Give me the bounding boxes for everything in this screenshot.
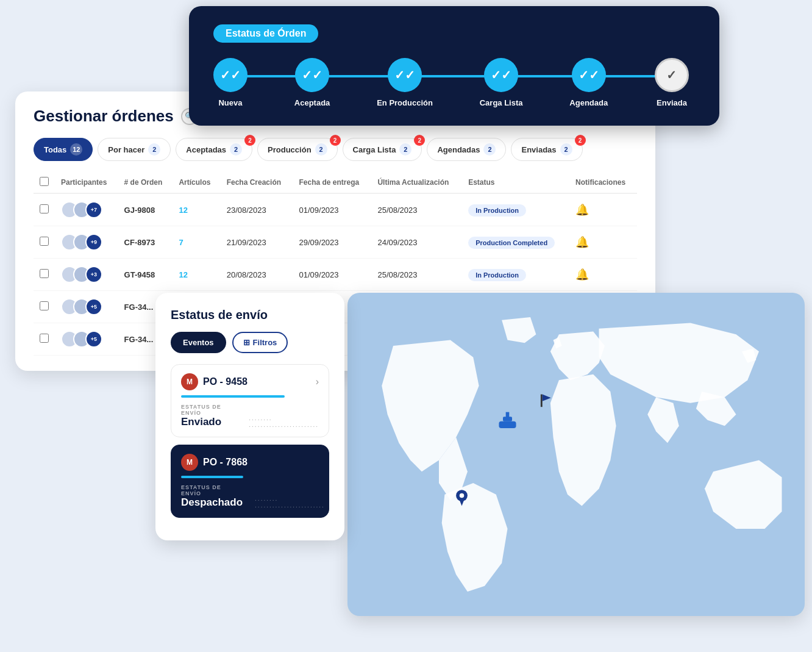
po-header-7868: M PO - 7868 (181, 454, 319, 471)
tab-badge-enviadas: 2 (575, 135, 586, 146)
cell-deliveryDate: 01/09/2023 (293, 193, 371, 226)
filter-icon: ⊞ (243, 338, 250, 347)
step-enProduccion: ✓✓ En Producción (377, 58, 433, 107)
cell-status: In Production (462, 259, 569, 291)
po-icon-7868: M (181, 454, 198, 471)
tab-badge-aceptadas: 2 (244, 135, 255, 146)
step-circle-agendada: ✓✓ (572, 58, 606, 92)
cell-createdDate: 21/09/2023 (221, 226, 293, 259)
cell-articles: 12 (173, 193, 220, 226)
notification-icon[interactable]: 🔔 (575, 236, 589, 248)
col-participantes: Participantes (55, 172, 118, 193)
avatar-more: +7 (85, 201, 102, 218)
cell-avatars: +5 (55, 323, 118, 356)
map-inner (347, 293, 805, 616)
status-steps: ✓✓ Nueva ✓✓ Aceptada ✓✓ En Producción ✓✓… (213, 58, 689, 107)
po-card-9458[interactable]: M PO - 9458 › ESTATUS DE ENVÍO Enviado .… (171, 364, 329, 437)
cell-lastUpdate: 25/08/2023 (371, 259, 462, 291)
col-estatus: Estatus (462, 172, 569, 193)
cell-lastUpdate: 24/09/2023 (371, 226, 462, 259)
step-circle-cargaLista: ✓✓ (484, 58, 518, 92)
cell-articles: 12 (173, 259, 220, 291)
po-dots2-9458: ........................ (249, 421, 319, 428)
po-status-label-9458: ESTATUS DE ENVÍO (181, 404, 237, 416)
step-circle-aceptada: ✓✓ (295, 58, 329, 92)
col-orden: # de Orden (118, 172, 173, 193)
po-status-label-7868: ESTATUS DE ENVÍO (181, 484, 243, 496)
avatar-more: +5 (85, 331, 102, 348)
notification-icon[interactable]: 🔔 (575, 204, 589, 216)
col-entrega: Fecha de entrega (293, 172, 371, 193)
cell-avatars: +3 (55, 259, 118, 291)
po-status-value-7868: Despachado (181, 496, 243, 509)
step-label-nueva: Nueva (218, 98, 242, 107)
cell-createdDate: 20/08/2023 (221, 259, 293, 291)
tab-aceptadas[interactable]: Aceptadas 2 2 (176, 138, 252, 161)
po-dots2-7868: ........................ (255, 502, 325, 509)
cell-articles: 7 (173, 226, 220, 259)
tab-agendadas[interactable]: Agendadas 2 (427, 138, 506, 161)
step-label-enProduccion: En Producción (377, 98, 433, 107)
row-checkbox-2[interactable] (40, 269, 49, 278)
cell-avatars: +7 (55, 193, 118, 226)
world-map-svg (347, 293, 805, 616)
po-card-7868[interactable]: M PO - 7868 ESTATUS DE ENVÍO Despachado … (171, 445, 329, 518)
step-label-enviada: Enviada (657, 98, 687, 107)
orders-title: Gestionar órdenes (34, 107, 174, 126)
notification-icon[interactable]: 🔔 (575, 268, 589, 281)
po-header-9458: M PO - 9458 › (181, 373, 319, 390)
table-row: +7 GJ-98081223/08/202301/09/202325/08/20… (34, 193, 637, 226)
filtros-button[interactable]: ⊞ Filtros (232, 332, 288, 353)
row-checkbox-1[interactable] (40, 237, 49, 246)
cell-notifications[interactable]: 🔔 (569, 193, 637, 226)
cell-order-num: GT-9458 (118, 259, 173, 291)
row-checkbox-3[interactable] (40, 301, 49, 310)
po-dots1-9458: ........ (249, 415, 319, 421)
tab-produccion[interactable]: Producción 2 2 (257, 138, 338, 161)
shipping-buttons: Eventos ⊞ Filtros (171, 332, 329, 353)
step-circle-nueva: ✓✓ (213, 58, 248, 92)
col-actualizacion: Última Actualización (371, 172, 462, 193)
cell-avatars: +5 (55, 291, 118, 323)
po-chevron-9458: › (316, 376, 319, 387)
step-cargaLista: ✓✓ Carga Lista (480, 58, 523, 107)
cell-status: Production Completed (462, 226, 569, 259)
map-card (347, 293, 805, 616)
tab-porHacer[interactable]: Por hacer 2 (98, 138, 171, 161)
po-status-row-7868: ESTATUS DE ENVÍO Despachado ........ ...… (181, 484, 319, 509)
po-status-value-9458: Enviado (181, 416, 237, 428)
step-label-aceptada: Aceptada (294, 98, 330, 107)
select-all-checkbox[interactable] (40, 177, 49, 186)
svg-rect-4 (541, 395, 543, 407)
tab-badge-cargaLista: 2 (414, 135, 425, 146)
po-status-row-9458: ESTATUS DE ENVÍO Enviado ........ ......… (181, 404, 319, 428)
tab-enviadas[interactable]: Enviadas 2 2 (511, 138, 582, 161)
cell-notifications[interactable]: 🔔 (569, 259, 637, 291)
table-row: +9 CF-8973721/09/202329/09/202324/09/202… (34, 226, 637, 259)
tab-cargaLista[interactable]: Carga Lista 2 2 (343, 138, 422, 161)
cell-deliveryDate: 29/09/2023 (293, 226, 371, 259)
cell-lastUpdate: 25/08/2023 (371, 193, 462, 226)
tab-badge-produccion: 2 (330, 135, 341, 146)
tab-todas[interactable]: Todas 12 (34, 138, 93, 161)
order-status-card: Estatus de Órden ✓✓ Nueva ✓✓ Aceptada ✓✓… (189, 6, 719, 126)
col-notificaciones: Notificaciones (569, 172, 637, 193)
cell-order-num: GJ-9808 (118, 193, 173, 226)
cell-deliveryDate: 01/09/2023 (293, 259, 371, 291)
cell-order-num: CF-8973 (118, 226, 173, 259)
eventos-button[interactable]: Eventos (171, 332, 226, 353)
row-checkbox-0[interactable] (40, 204, 49, 213)
step-enviada: ✓ Enviada (655, 58, 689, 107)
col-articulos: Artículos (173, 172, 220, 193)
svg-rect-1 (499, 421, 516, 428)
po-num-7868: PO - 7868 (203, 457, 248, 468)
po-num-9458: PO - 9458 (203, 376, 248, 387)
step-label-cargaLista: Carga Lista (480, 98, 523, 107)
shipping-card: Estatus de envío Eventos ⊞ Filtros M PO … (155, 293, 344, 540)
cell-notifications[interactable]: 🔔 (569, 226, 637, 259)
po-icon-9458: M (181, 373, 198, 390)
step-agendada: ✓✓ Agendada (569, 58, 608, 107)
tabs-row: Todas 12 Por hacer 2 Aceptadas 2 2 Produ… (34, 138, 637, 161)
row-checkbox-4[interactable] (40, 334, 49, 343)
svg-point-8 (460, 493, 465, 498)
